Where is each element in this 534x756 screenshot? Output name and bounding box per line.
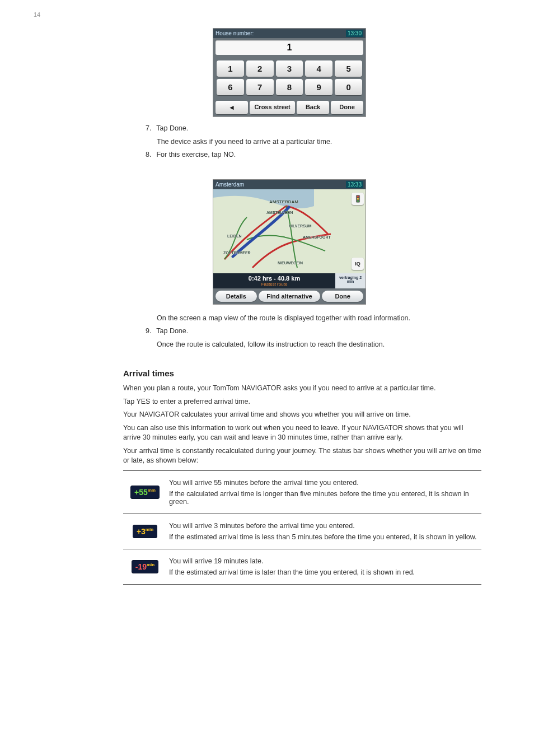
arrival-row-red: -19min You will arrive 19 minutes late. … — [123, 549, 481, 584]
map-delay-text: vertraging 2 min — [335, 273, 366, 288]
arrival-yellow-text: You will arrive 3 minutes before the arr… — [167, 514, 481, 549]
arrival-green-note: If the calculated arrival time is longer… — [169, 490, 479, 506]
step-9: 9. Tap Done. — [146, 326, 437, 337]
find-alternative-button[interactable]: Find alternative — [259, 291, 321, 302]
map-info-bar: 0:42 hrs - 40.8 km Fastest route vertrag… — [213, 273, 366, 288]
keypad-bottom-row: ◄ Cross street Back Done — [213, 99, 366, 116]
key-7[interactable]: 7 — [246, 79, 274, 95]
map-label-zoetermeer: ZOETERMEER — [223, 251, 251, 255]
map-side-buttons: 🚦 IQ — [351, 193, 364, 270]
step-7-num: 7. — [146, 124, 154, 134]
step-9-num: 9. — [146, 326, 154, 337]
keypad-titlebar-title: House number: — [216, 30, 254, 36]
badge-yellow-cell: +3min — [123, 514, 167, 549]
traffic-icon[interactable]: 🚦 — [352, 193, 364, 205]
key-9[interactable]: 9 — [305, 79, 332, 95]
step-8-text: For this exercise, tap NO. — [156, 151, 236, 158]
badge-plus55: +55min — [130, 486, 160, 499]
arrival-p5: Your arrival time is constantly recalcul… — [123, 446, 481, 466]
arrival-table: +55min You will arrive 55 minutes before… — [123, 470, 481, 585]
arrival-row-green: +55min You will arrive 55 minutes before… — [123, 470, 481, 514]
step-9-text: Tap Done. — [156, 327, 188, 335]
arrival-p4: You can also use this information to wor… — [123, 423, 481, 443]
key-0[interactable]: 0 — [335, 79, 362, 95]
keypad-display-row: 1 — [213, 38, 366, 57]
step-7: 7. Tap Done. — [146, 124, 437, 134]
arrival-section: Arrival times When you plan a route, you… — [123, 368, 481, 585]
map-route-type-text: Fastest route — [213, 282, 335, 287]
step-7-note: The device asks if you need to arrive at… — [146, 137, 437, 147]
badge-minus19-value: -19 — [135, 562, 147, 571]
map-label-hilversum: HILVERSUM — [289, 224, 312, 228]
keypad-grid: 1 2 3 4 5 6 7 8 9 0 — [213, 57, 366, 99]
keypad-titlebar-time: 13:30 — [346, 30, 363, 37]
map-titlebar: Amsterdam 13:33 — [213, 180, 366, 189]
step-b-3: Once the route is calculated, follow its… — [146, 340, 437, 350]
key-3[interactable]: 3 — [276, 60, 303, 77]
back-button[interactable]: Back — [297, 101, 329, 114]
map-label-amstelveen: AMSTELVEEN — [266, 211, 293, 214]
badge-plus3: +3min — [133, 525, 157, 538]
map-done-button[interactable]: Done — [322, 291, 363, 302]
key-5[interactable]: 5 — [335, 60, 362, 77]
map-label-amsterdam: AMSTERDAM — [269, 199, 298, 204]
details-button[interactable]: Details — [216, 291, 257, 302]
map-distance-text: 0:42 hrs - 40.8 km — [213, 275, 335, 282]
map-area[interactable]: AMSTERDAM AMSTELVEEN HILVERSUM AMERSFOOR… — [213, 189, 366, 273]
badge-plus3-value: +3 — [137, 527, 146, 536]
backspace-button[interactable]: ◄ — [216, 101, 248, 114]
map-label-nieuwegein: NIEUWEGEIN — [278, 261, 303, 265]
arrival-yellow-note: If the estimated arrival time is less th… — [169, 533, 479, 541]
arrival-red-note: If the estimated arrival time is later t… — [169, 568, 479, 576]
step-8-num: 8. — [146, 150, 154, 160]
map-label-amersfoort: AMERSFOORT — [303, 235, 331, 239]
badge-minus19-unit: min — [147, 562, 154, 567]
arrival-red-text: You will arrive 19 minutes late. If the … — [167, 549, 481, 584]
map-button-row: Details Find alternative Done — [213, 288, 366, 304]
key-2[interactable]: 2 — [246, 60, 274, 77]
steps-a: 7. Tap Done. The device asks if you need… — [146, 124, 437, 160]
step-8: 8. For this exercise, tap NO. — [146, 150, 437, 160]
arrival-p3: Your NAVIGATOR calculates your arrival t… — [123, 410, 481, 420]
map-label-leiden: LEIDEN — [227, 234, 242, 238]
key-6[interactable]: 6 — [217, 79, 244, 95]
key-8[interactable]: 8 — [276, 79, 303, 95]
arrival-p2: Tap YES to enter a preferred arrival tim… — [123, 397, 481, 407]
step-b-1: On the screen a map view of the route is… — [146, 314, 437, 324]
map-titlebar-time: 13:33 — [346, 181, 363, 188]
steps-b: On the screen a map view of the route is… — [146, 314, 437, 350]
arrival-heading: Arrival times — [123, 368, 481, 378]
page: 14 House number: 13:30 1 1 2 3 4 5 6 7 8… — [0, 0, 534, 756]
map-screenshot: Amsterdam 13:33 AMSTERDAM AMSTELVEEN — [213, 179, 366, 305]
badge-green-cell: +55min — [123, 470, 167, 514]
map-info-main: 0:42 hrs - 40.8 km Fastest route — [213, 273, 335, 288]
arrival-green-desc: You will arrive 55 minutes before the ar… — [169, 479, 479, 487]
key-1[interactable]: 1 — [217, 60, 244, 77]
page-number: 14 — [34, 11, 40, 18]
badge-plus55-value: +55 — [134, 488, 148, 497]
keypad-screenshot: House number: 13:30 1 1 2 3 4 5 6 7 8 9 … — [213, 28, 366, 117]
done-button[interactable]: Done — [331, 101, 363, 114]
arrival-yellow-desc: You will arrive 3 minutes before the arr… — [169, 522, 479, 530]
arrival-row-yellow: +3min You will arrive 3 minutes before t… — [123, 514, 481, 549]
map-titlebar-title: Amsterdam — [216, 181, 244, 188]
keypad-titlebar: House number: 13:30 — [213, 29, 366, 38]
badge-red-cell: -19min — [123, 549, 167, 584]
house-number-input[interactable]: 1 — [216, 40, 363, 55]
badge-minus19: -19min — [132, 560, 158, 573]
badge-plus55-unit: min — [148, 488, 156, 493]
key-4[interactable]: 4 — [305, 60, 332, 77]
arrival-p1: When you plan a route, your TomTom NAVIG… — [123, 384, 481, 394]
badge-plus3-unit: min — [146, 527, 153, 532]
step-7-text: Tap Done. — [156, 124, 188, 132]
arrival-red-desc: You will arrive 19 minutes late. — [169, 557, 479, 565]
arrival-green-text: You will arrive 55 minutes before the ar… — [167, 470, 481, 514]
cross-street-button[interactable]: Cross street — [250, 101, 295, 114]
iq-routes-button[interactable]: IQ — [352, 258, 364, 270]
